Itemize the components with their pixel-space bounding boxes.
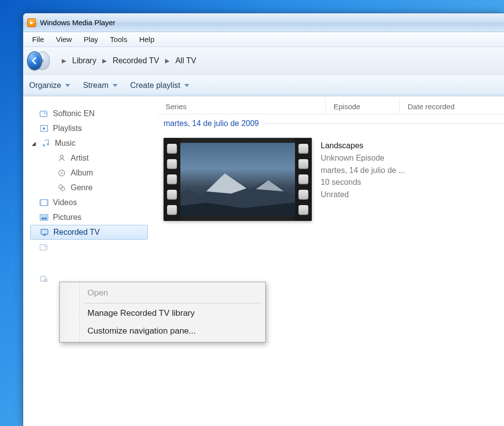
video-item[interactable]: Landscapes Unknown Episode martes, 14 de… [164,138,504,221]
content-area: Softonic EN Playlists ◢ Music Artist Alb… [23,96,504,426]
menu-file[interactable]: File [26,33,50,45]
library-icon [39,109,49,118]
menu-tools[interactable]: Tools [104,33,133,45]
sidebar-item-label: Artist [71,154,88,163]
context-menu-customize-nav-pane[interactable]: Customize navigation pane... [62,322,263,340]
menubar: File View Play Tools Help [23,32,504,47]
sidebar-item-label: Recorded TV [53,228,100,237]
organize-label: Organize [29,81,61,90]
svg-point-25 [44,279,47,282]
sidebar-item-album[interactable]: Album [30,166,148,180]
svg-marker-7 [43,127,45,130]
svg-rect-16 [40,200,42,206]
breadcrumb: ▶ Library ▶ Recorded TV ▶ All TV [59,55,198,66]
svg-rect-21 [43,235,46,236]
playlist-icon [39,124,49,133]
stream-label: Stream [83,81,109,90]
column-series[interactable]: Series [158,99,326,114]
chevron-right-icon: ▶ [59,57,69,64]
filmstrip-icon [164,138,180,221]
app-icon [27,18,36,27]
chevron-down-icon [184,84,189,87]
video-date: martes, 14 de julio de ... [321,165,405,177]
back-button[interactable] [27,51,42,70]
crumb-recorded-tv[interactable]: Recorded TV [111,55,161,66]
svg-marker-2 [113,84,118,87]
svg-point-10 [60,155,63,158]
crumb-library[interactable]: Library [70,55,98,66]
context-menu-manage-label: Manage Recorded TV library [87,308,195,318]
sidebar-item-playlists[interactable]: Playlists [30,121,148,136]
sidebar-item-pictures[interactable]: Pictures [30,210,148,225]
svg-rect-18 [40,214,48,220]
svg-marker-1 [65,84,70,87]
crumb-all-tv[interactable]: All TV [173,55,198,66]
pictures-icon [39,213,49,222]
context-menu-customize-label: Customize navigation pane... [87,326,196,336]
sidebar-item-genre[interactable]: Genre [30,180,148,195]
sidebar-item-label: Genre [71,183,92,192]
svg-rect-17 [46,200,48,206]
date-group-header: martes, 14 de julio de 2009 [164,119,504,128]
svg-marker-0 [30,21,34,25]
context-menu: Open Manage Recorded TV library Customiz… [59,282,266,342]
collapse-icon[interactable]: ◢ [30,140,37,147]
context-menu-open: Open [62,284,263,302]
sidebar-item-label: Videos [53,198,77,207]
chevron-down-icon [113,84,118,87]
window-title: Windows Media Player [40,18,116,27]
column-episode[interactable]: Episode [326,99,400,114]
organize-button[interactable]: Organize [29,81,70,90]
create-playlist-button[interactable]: Create playlist [130,81,189,90]
svg-point-23 [44,244,47,247]
menu-help[interactable]: Help [133,33,161,45]
genre-icon [57,183,67,192]
menu-view[interactable]: View [50,33,78,45]
column-headers: Series Episode Date recorded [158,96,504,114]
tv-icon [40,228,49,237]
sidebar-item-label: Playlists [53,124,82,133]
video-episode: Unknown Episode [321,152,405,165]
navigation-row: ▶ Library ▶ Recorded TV ▶ All TV [23,47,504,75]
divider [265,124,504,124]
divider [84,303,261,303]
video-thumbnail[interactable] [164,138,312,221]
video-rating: Unrated [321,189,405,201]
sidebar-item-recorded-tv[interactable]: Recorded TV [30,225,148,240]
video-metadata: Landscapes Unknown Episode martes, 14 de… [321,138,405,201]
sidebar-item-label: Pictures [53,213,82,222]
date-group-label: martes, 14 de julio de 2009 [164,119,259,128]
sidebar-item-artist[interactable]: Artist [30,151,148,166]
device-icon [39,274,49,283]
svg-rect-20 [41,229,48,234]
menu-play[interactable]: Play [78,33,104,45]
sidebar-item-music[interactable]: ◢ Music [30,136,148,151]
create-playlist-label: Create playlist [130,81,180,90]
context-menu-manage-library[interactable]: Manage Recorded TV library [62,304,263,322]
main-panel: Series Episode Date recorded martes, 14 … [153,96,504,426]
stream-button[interactable]: Stream [83,81,118,90]
sidebar-item-other-1[interactable] [30,240,148,255]
window-frame: Windows Media Player File View Play Tool… [23,13,504,426]
chevron-right-icon: ▶ [99,57,110,64]
nav-buttons [27,51,50,70]
album-icon [57,169,67,177]
music-icon [41,139,51,148]
column-date-recorded[interactable]: Date recorded [400,99,504,114]
sidebar-item-label: Album [71,169,93,177]
svg-point-5 [44,111,47,114]
chevron-right-icon: ▶ [162,57,172,64]
titlebar[interactable]: Windows Media Player [23,13,504,32]
context-menu-open-label: Open [87,288,108,298]
sidebar: Softonic EN Playlists ◢ Music Artist Alb… [23,96,153,426]
toolbar: Organize Stream Create playlist [23,75,504,96]
thumbnail-image [180,143,295,216]
svg-point-9 [47,143,49,146]
svg-point-8 [43,144,45,147]
sidebar-item-softonic[interactable]: Softonic EN [30,106,148,121]
sidebar-item-videos[interactable]: Videos [30,195,148,210]
chevron-down-icon [65,84,70,87]
svg-marker-3 [184,84,189,87]
filmstrip-icon [295,138,312,221]
artist-icon [57,154,67,163]
